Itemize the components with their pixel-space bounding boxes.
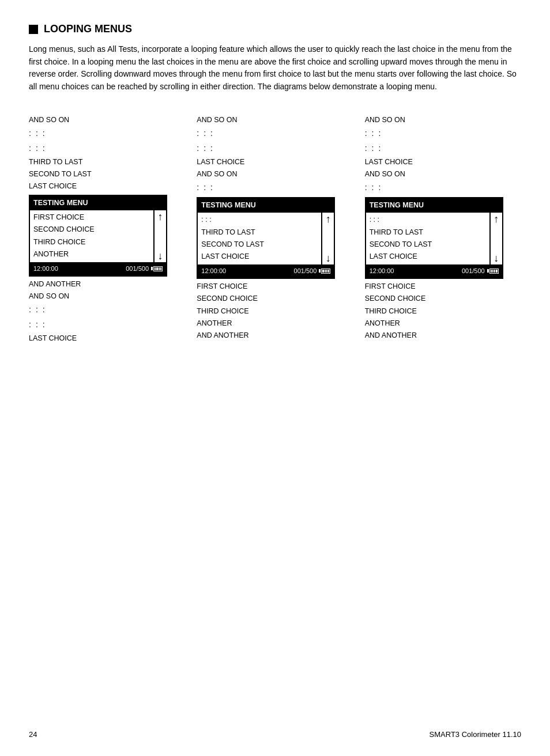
square-icon — [29, 25, 38, 34]
dots-1b: ::: — [29, 141, 185, 156]
lcd-row-1-1: FIRST CHOICE — [33, 211, 150, 224]
battery-icon-1 — [151, 266, 163, 271]
lcd-header-2: TESTING MENU — [198, 198, 334, 213]
scroll-down-1[interactable]: ↓ — [158, 251, 163, 261]
scroll-up-1[interactable]: ↑ — [158, 211, 163, 222]
footer-title: SMART3 Colorimeter 11.10 — [430, 730, 521, 739]
lcd-display-1: TESTING MENU FIRST CHOICE SECOND CHOICE … — [29, 195, 167, 277]
lcd-content-3: : : : THIRD TO LAST SECOND TO LAST LAST … — [366, 213, 489, 264]
below-3-third: THIRD CHOICE — [365, 305, 521, 317]
page-number: 24 — [29, 730, 37, 739]
above-label-3: AND SO ON — [365, 114, 521, 126]
lcd-scroll-1: ↑ ↓ — [153, 210, 166, 262]
lcd-display-2: TESTING MENU : : : THIRD TO LAST SECOND … — [197, 197, 335, 279]
below-2-second: SECOND CHOICE — [197, 293, 353, 305]
lcd-status-right-2: 001/500 — [294, 266, 331, 276]
lcd-content-2: : : : THIRD TO LAST SECOND TO LAST LAST … — [198, 213, 321, 264]
battery-icon-3 — [487, 269, 499, 274]
below-2-another: ANOTHER — [197, 317, 353, 330]
diagram-1: AND SO ON ::: ::: THIRD TO LAST SECOND T… — [29, 114, 185, 345]
lcd-content-1: FIRST CHOICE SECOND CHOICE THIRD CHOICE … — [30, 210, 153, 262]
lcd-scroll-3: ↑ ↓ — [489, 213, 502, 264]
scroll-up-3[interactable]: ↑ — [494, 214, 499, 224]
lcd-body-1: FIRST CHOICE SECOND CHOICE THIRD CHOICE … — [30, 210, 166, 262]
below-3-another: ANOTHER — [365, 317, 521, 330]
lcd-counter-1: 001/500 — [126, 264, 149, 274]
below-2-first: FIRST CHOICE — [197, 281, 353, 293]
lcd-row-3-1: : : : — [370, 214, 486, 226]
below-label-1a: AND ANOTHER — [29, 278, 185, 290]
below-3-first: FIRST CHOICE — [365, 281, 521, 293]
dots-2a: ::: — [197, 126, 353, 141]
above-label-2: AND SO ON — [197, 114, 353, 126]
dots-2b: ::: — [197, 141, 353, 156]
lcd-row-1-2: SECOND CHOICE — [33, 224, 150, 236]
lcd-time-3: 12:00:00 — [370, 266, 394, 276]
above-label-1: AND SO ON — [29, 114, 185, 126]
lcd-time-1: 12:00:00 — [33, 264, 58, 274]
lcd-header-3: TESTING MENU — [366, 198, 502, 213]
diagrams-row: AND SO ON ::: ::: THIRD TO LAST SECOND T… — [29, 114, 521, 345]
battery-icon-2 — [319, 269, 330, 274]
diagram-3: AND SO ON ::: ::: LAST CHOICE AND SO ON … — [365, 114, 521, 342]
below-2-third: THIRD CHOICE — [197, 305, 353, 317]
footer: 24 SMART3 Colorimeter 11.10 — [29, 730, 521, 739]
lcd-row-1-4: ANOTHER — [33, 248, 150, 260]
dots-2c: ::: — [197, 180, 353, 195]
dots-3c: ::: — [365, 180, 521, 195]
lcd-body-3: : : : THIRD TO LAST SECOND TO LAST LAST … — [366, 213, 502, 264]
lcd-row-2-3: SECOND TO LAST — [201, 239, 318, 251]
lcd-time-2: 12:00:00 — [201, 266, 226, 276]
above-3-last: LAST CHOICE — [365, 156, 521, 168]
dots-1d: ::: — [29, 317, 185, 332]
lcd-display-3: TESTING MENU : : : THIRD TO LAST SECOND … — [365, 197, 503, 279]
above-label-third: THIRD TO LAST — [29, 156, 185, 168]
above-label-second: SECOND TO LAST — [29, 168, 185, 180]
lcd-row-2-2: THIRD TO LAST — [201, 226, 318, 239]
dots-1a: ::: — [29, 126, 185, 141]
below-3-second: SECOND CHOICE — [365, 293, 521, 305]
above-3-andso: AND SO ON — [365, 168, 521, 180]
lcd-counter-3: 001/500 — [462, 266, 485, 276]
lcd-body-2: : : : THIRD TO LAST SECOND TO LAST LAST … — [198, 213, 334, 264]
below-label-1b: AND SO ON — [29, 290, 185, 303]
lcd-scroll-2: ↑ ↓ — [321, 213, 334, 264]
lcd-row-3-4: LAST CHOICE — [370, 251, 486, 263]
lcd-counter-2: 001/500 — [294, 266, 317, 276]
lcd-row-2-1: : : : — [201, 214, 318, 226]
above-2-andso: AND SO ON — [197, 168, 353, 180]
lcd-status-1: 12:00:00 001/500 — [30, 262, 166, 275]
lcd-row-3-3: SECOND TO LAST — [370, 239, 486, 251]
dots-3b: ::: — [365, 141, 521, 156]
above-2-last: LAST CHOICE — [197, 156, 353, 168]
scroll-down-2[interactable]: ↓ — [326, 253, 331, 263]
above-label-last: LAST CHOICE — [29, 180, 185, 192]
section-description: Long menus, such as All Tests, incorpora… — [29, 43, 521, 93]
below-2-andanother: AND ANOTHER — [197, 330, 353, 342]
below-3-andanother: AND ANOTHER — [365, 330, 521, 342]
lcd-status-right-3: 001/500 — [462, 266, 499, 276]
lcd-status-3: 12:00:00 001/500 — [366, 264, 502, 278]
scroll-down-3[interactable]: ↓ — [494, 253, 499, 263]
dots-3a: ::: — [365, 126, 521, 141]
lcd-row-3-2: THIRD TO LAST — [370, 226, 486, 239]
lcd-status-2: 12:00:00 001/500 — [198, 264, 334, 278]
diagram-2: AND SO ON ::: ::: LAST CHOICE AND SO ON … — [197, 114, 353, 342]
dots-1c: ::: — [29, 303, 185, 317]
lcd-status-right-1: 001/500 — [126, 264, 163, 274]
lcd-row-2-4: LAST CHOICE — [201, 251, 318, 263]
lcd-header-1: TESTING MENU — [30, 196, 166, 210]
section-title: LOOPING MENUS — [29, 23, 521, 35]
below-label-last-1: LAST CHOICE — [29, 332, 185, 345]
lcd-row-1-3: THIRD CHOICE — [33, 236, 150, 248]
scroll-up-2[interactable]: ↑ — [326, 214, 331, 224]
